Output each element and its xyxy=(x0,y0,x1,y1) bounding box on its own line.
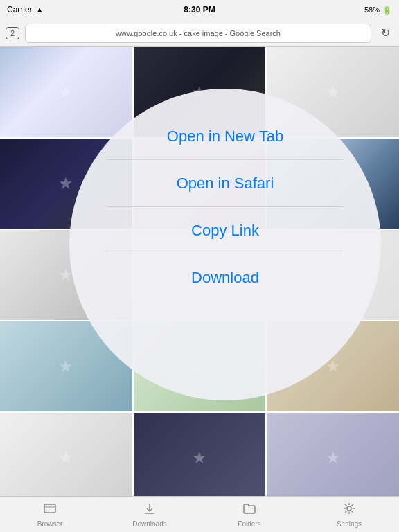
tab-browser[interactable]: Browser xyxy=(0,502,100,528)
svg-rect-0 xyxy=(44,504,55,513)
settings-icon xyxy=(342,502,356,519)
copy-link-button[interactable]: Copy Link xyxy=(107,207,343,254)
cake-image-14[interactable] xyxy=(267,413,399,496)
folders-label: Folders xyxy=(238,520,260,528)
cake-image-13[interactable] xyxy=(134,413,266,496)
settings-label: Settings xyxy=(337,520,362,528)
address-bar: 2 www.google.co.uk - cake image - Google… xyxy=(0,19,399,47)
tab-folders[interactable]: Folders xyxy=(200,502,299,528)
status-right: 58% 🔋 xyxy=(364,6,392,15)
battery-icon: 🔋 xyxy=(382,6,392,15)
browser-label: Browser xyxy=(37,520,63,528)
status-bar: Carrier ▲ 8:30 PM 58% 🔋 xyxy=(0,0,399,19)
tab-settings[interactable]: Settings xyxy=(299,502,399,528)
folders-icon xyxy=(242,502,256,519)
carrier-label: Carrier xyxy=(7,5,33,15)
wifi-icon: ▲ xyxy=(36,6,44,14)
cake-image-12[interactable] xyxy=(0,413,132,496)
context-menu: Open in New Tab Open in Safari Copy Link… xyxy=(107,113,343,301)
tab-bar: Browser Downloads Folders Settings xyxy=(0,496,399,532)
download-button[interactable]: Download xyxy=(107,254,343,301)
status-left: Carrier ▲ xyxy=(7,5,44,15)
downloads-label: Downloads xyxy=(132,520,166,528)
tabs-button[interactable]: 2 xyxy=(6,27,19,39)
svg-point-4 xyxy=(347,506,351,511)
open-safari-button[interactable]: Open in Safari xyxy=(107,160,343,207)
open-new-tab-button[interactable]: Open in New Tab xyxy=(107,113,343,160)
url-text: www.google.co.uk - cake image - Google S… xyxy=(112,29,284,37)
downloads-icon xyxy=(143,502,157,519)
address-input[interactable]: www.google.co.uk - cake image - Google S… xyxy=(25,24,371,43)
status-time: 8:30 PM xyxy=(184,5,215,15)
tab-downloads[interactable]: Downloads xyxy=(100,502,200,528)
reload-button[interactable]: ↻ xyxy=(377,26,393,39)
browser-icon xyxy=(43,502,57,519)
battery-label: 58% xyxy=(364,6,380,14)
